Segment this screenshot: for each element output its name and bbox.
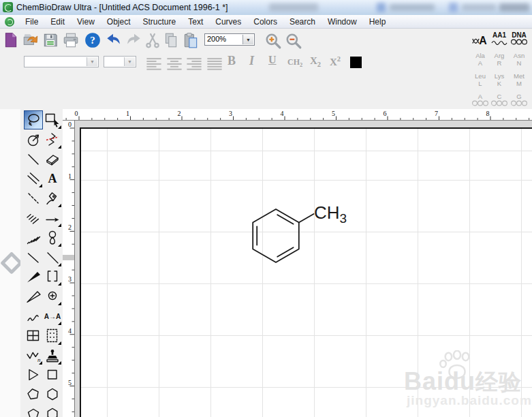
align-justify-icon bbox=[206, 56, 223, 72]
color-swatch[interactable] bbox=[350, 57, 362, 68]
menu-item-edit[interactable]: Edit bbox=[44, 16, 71, 28]
application-window: ChemBioDraw Ultra - [Untitled ACS Docume… bbox=[0, 0, 532, 417]
print-button[interactable] bbox=[62, 31, 80, 49]
open-button[interactable] bbox=[22, 31, 40, 49]
bio-tool-dna[interactable]: DNA bbox=[510, 31, 529, 46]
amino-acid-leu[interactable]: LeuL bbox=[471, 72, 490, 88]
menu-item-window[interactable]: Window bbox=[322, 16, 363, 28]
svg-text:0: 0 bbox=[68, 121, 72, 128]
tool-template[interactable] bbox=[44, 327, 61, 345]
underline-button[interactable]: U bbox=[268, 54, 277, 66]
svg-text:1: 1 bbox=[68, 172, 72, 180]
bio-tool-aa1[interactable]: AA1 bbox=[490, 31, 509, 46]
help-button[interactable]: ? bbox=[84, 31, 101, 49]
copy-button[interactable] bbox=[162, 31, 180, 49]
chevron-down-icon[interactable]: ▼ bbox=[124, 57, 135, 66]
tool-arrow[interactable] bbox=[44, 209, 61, 227]
font-combobox[interactable]: ▼ bbox=[24, 56, 99, 67]
tool-ring-5b[interactable] bbox=[25, 405, 42, 417]
tool-palette: AA→An bbox=[20, 109, 63, 417]
hashed-wedge-icon bbox=[25, 229, 42, 247]
new-document-button[interactable] bbox=[2, 31, 20, 49]
tool-table[interactable] bbox=[25, 327, 42, 345]
italic-button[interactable]: I bbox=[249, 54, 254, 68]
align-left-button[interactable] bbox=[145, 56, 163, 70]
amino-acid-met[interactable]: MetM bbox=[510, 72, 529, 88]
tool-single-bond[interactable] bbox=[25, 151, 42, 168]
tool-lasso[interactable] bbox=[25, 111, 42, 129]
tool-orbital[interactable] bbox=[44, 229, 61, 247]
tool-wavy-bond[interactable] bbox=[25, 307, 42, 325]
align-right-button[interactable] bbox=[185, 56, 203, 70]
bio-tool-a[interactable]: A bbox=[471, 31, 490, 49]
paste-button[interactable] bbox=[182, 31, 200, 49]
menu-item-object[interactable]: Object bbox=[101, 16, 137, 28]
align-justify-button[interactable] bbox=[206, 56, 223, 70]
amino-acid-asn[interactable]: AsnN bbox=[510, 52, 529, 67]
superscript-button[interactable]: X2 bbox=[330, 55, 341, 68]
svg-text:n: n bbox=[37, 356, 41, 363]
hashed-bond-icon bbox=[25, 209, 42, 227]
tool-hollow-wedge[interactable] bbox=[25, 288, 42, 305]
drawing-canvas[interactable]: CH3 Baidu经验 jingyan.baidu.com bbox=[80, 127, 532, 417]
menu-item-help[interactable]: Help bbox=[363, 16, 392, 28]
menu-item-structure[interactable]: Structure bbox=[137, 16, 183, 28]
nucleotide-a[interactable]: A bbox=[471, 93, 490, 108]
formula-button[interactable]: CH2 bbox=[287, 57, 302, 68]
amino-acid-ala[interactable]: AlaA bbox=[471, 52, 490, 67]
tool-ring-6b[interactable] bbox=[44, 405, 61, 417]
tool-text[interactable]: A bbox=[44, 170, 61, 187]
chevron-down-icon[interactable]: ▼ bbox=[242, 35, 253, 44]
stamp-icon bbox=[44, 347, 61, 365]
tool-chain[interactable] bbox=[44, 131, 61, 149]
tool-ring-5[interactable] bbox=[25, 386, 42, 403]
amino-acid-arg[interactable]: ArgR bbox=[490, 52, 509, 67]
tool-double-bond[interactable] bbox=[25, 170, 42, 187]
menu-item-curves[interactable]: Curves bbox=[209, 16, 247, 28]
zoom-out-button[interactable] bbox=[285, 32, 302, 50]
subscript-button[interactable]: X2 bbox=[310, 55, 321, 68]
zoom-level-combobox[interactable]: 200% ▼ bbox=[204, 33, 255, 46]
tool-stamp[interactable] bbox=[44, 347, 61, 365]
menu-item-text[interactable]: Text bbox=[182, 16, 209, 28]
tool-eraser[interactable] bbox=[44, 151, 61, 168]
tool-marquee[interactable] bbox=[44, 111, 61, 129]
blurred-taskbar-item bbox=[449, 3, 458, 12]
tool-charge[interactable] bbox=[44, 288, 61, 305]
menu-item-search[interactable]: Search bbox=[283, 16, 322, 28]
bold-button[interactable]: B bbox=[228, 54, 236, 68]
nucleotide-g[interactable]: G bbox=[510, 93, 529, 108]
blurred-taskbar-item bbox=[390, 4, 435, 11]
tool-solid-wedge[interactable] bbox=[25, 268, 42, 285]
font-size-combobox[interactable]: ▼ bbox=[104, 56, 136, 67]
tool-hashed-wedge[interactable] bbox=[25, 229, 42, 247]
methyl-label[interactable]: CH3 bbox=[314, 202, 347, 226]
chevron-down-icon[interactable]: ▼ bbox=[87, 57, 97, 66]
menu-item-colors[interactable]: Colors bbox=[247, 16, 283, 28]
tool-thin-bond[interactable] bbox=[44, 249, 61, 266]
amino-acid-lys[interactable]: LysK bbox=[490, 72, 509, 88]
tool-hashed-bond[interactable] bbox=[25, 209, 42, 227]
undo-button[interactable] bbox=[104, 31, 122, 49]
zoom-in-button[interactable] bbox=[264, 32, 282, 50]
tool-ring-6[interactable] bbox=[44, 386, 61, 403]
plasmid-circles-icon bbox=[471, 100, 489, 108]
save-button[interactable] bbox=[42, 31, 59, 49]
tool-bracket[interactable] bbox=[44, 268, 61, 285]
canvas-area: 012345678 012345 CH3 bbox=[63, 109, 532, 417]
redo-button[interactable] bbox=[125, 31, 143, 49]
tool-dashed-bond[interactable] bbox=[25, 189, 42, 207]
cut-button[interactable] bbox=[144, 31, 161, 49]
nucleotide-c[interactable]: C bbox=[490, 93, 509, 108]
tool-atom-map[interactable]: A→A bbox=[44, 307, 61, 325]
align-center-button[interactable] bbox=[166, 56, 183, 70]
tool-pen[interactable] bbox=[44, 189, 61, 207]
tool-ring-3[interactable] bbox=[25, 366, 42, 384]
tool-bold-bond[interactable] bbox=[25, 249, 42, 266]
menu-item-file[interactable]: File bbox=[19, 16, 44, 28]
tool-ring-4[interactable] bbox=[44, 366, 61, 384]
document-icon bbox=[5, 17, 14, 27]
tool-polymer[interactable]: n bbox=[25, 347, 42, 365]
tool-rotate[interactable] bbox=[25, 131, 42, 149]
menu-item-view[interactable]: View bbox=[71, 16, 101, 28]
